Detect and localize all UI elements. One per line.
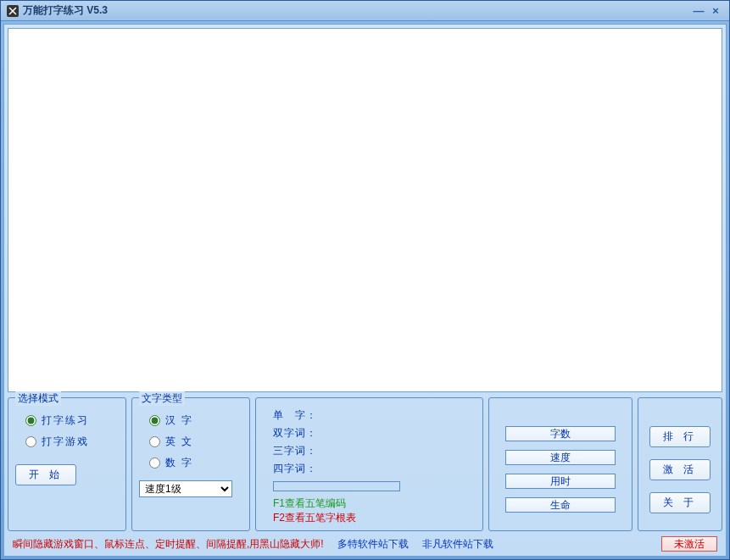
titlebar: 万能打字练习 V5.3 — × — [1, 1, 729, 21]
hint-f2: F2查看五笔字根表 — [273, 511, 472, 525]
activate-button[interactable]: 激 活 — [649, 459, 710, 480]
radio-english-label: 英 文 — [165, 435, 193, 449]
metric-speed[interactable]: 速度 — [505, 450, 616, 465]
metric-count[interactable]: 字数 — [505, 426, 616, 441]
mode-legend: 选择模式 — [15, 391, 61, 406]
radio-typing-game-label: 打字游戏 — [42, 435, 89, 449]
typing-canvas — [8, 28, 722, 392]
radio-typing-game-input[interactable] — [25, 436, 36, 447]
window-title: 万能打字练习 V5.3 — [23, 3, 108, 18]
radio-hanzi-input[interactable] — [149, 415, 160, 426]
mode-group: 选择模式 打字练习 打字游戏 开 始 — [8, 397, 126, 531]
radio-number-label: 数 字 — [165, 456, 193, 470]
rank-button[interactable]: 排 行 — [649, 426, 710, 447]
type-legend: 文字类型 — [139, 391, 185, 406]
speed-select[interactable]: 速度1级 — [139, 480, 232, 497]
stats-group: 单 字： 双字词： 三字词： 四字词： F1查看五笔编码 F2查看五笔字根表 — [255, 397, 483, 531]
actions-group: 排 行 激 活 关 于 — [638, 397, 722, 531]
client-area: 选择模式 打字练习 打字游戏 开 始 文字类型 汉 字 — [3, 24, 727, 557]
status-message: 瞬间隐藏游戏窗口、鼠标连点、定时提醒、间隔提醒,用黑山隐藏大师! — [13, 537, 324, 552]
radio-english-input[interactable] — [149, 436, 160, 447]
metric-time[interactable]: 用时 — [505, 474, 616, 489]
start-button[interactable]: 开 始 — [15, 464, 76, 485]
hint-f1: F1查看五笔编码 — [273, 496, 472, 511]
app-window: 万能打字练习 V5.3 — × 选择模式 打字练习 打字游戏 开 始 — [0, 0, 730, 560]
stat-double: 双字词： — [273, 426, 472, 441]
radio-typing-game[interactable]: 打字游戏 — [25, 435, 119, 449]
stat-quad: 四字词： — [273, 462, 472, 476]
metric-life[interactable]: 生命 — [505, 497, 616, 513]
metrics-group: 字数 速度 用时 生命 — [488, 397, 632, 531]
radio-typing-practice-input[interactable] — [25, 415, 36, 426]
app-icon — [6, 4, 20, 18]
minimize-button[interactable]: — — [690, 4, 707, 17]
download-link-1[interactable]: 多特软件站下载 — [337, 537, 409, 552]
radio-hanzi-label: 汉 字 — [165, 413, 193, 428]
radio-hanzi[interactable]: 汉 字 — [149, 413, 242, 428]
control-panel: 选择模式 打字练习 打字游戏 开 始 文字类型 汉 字 — [8, 397, 722, 531]
stat-single: 单 字： — [273, 408, 472, 423]
radio-typing-practice-label: 打字练习 — [42, 413, 89, 428]
download-link-2[interactable]: 非凡软件站下载 — [422, 537, 493, 552]
input-outline[interactable] — [273, 481, 400, 491]
close-button[interactable]: × — [707, 4, 724, 17]
type-group: 文字类型 汉 字 英 文 数 字 速度1级 — [131, 397, 250, 531]
radio-number[interactable]: 数 字 — [149, 456, 242, 470]
radio-english[interactable]: 英 文 — [149, 435, 242, 449]
activation-badge[interactable]: 未激活 — [661, 536, 717, 552]
radio-number-input[interactable] — [149, 457, 160, 469]
about-button[interactable]: 关 于 — [649, 492, 710, 513]
stat-triple: 三字词： — [273, 444, 472, 458]
radio-typing-practice[interactable]: 打字练习 — [25, 413, 119, 428]
statusbar: 瞬间隐藏游戏窗口、鼠标连点、定时提醒、间隔提醒,用黑山隐藏大师! 多特软件站下载… — [8, 535, 722, 552]
